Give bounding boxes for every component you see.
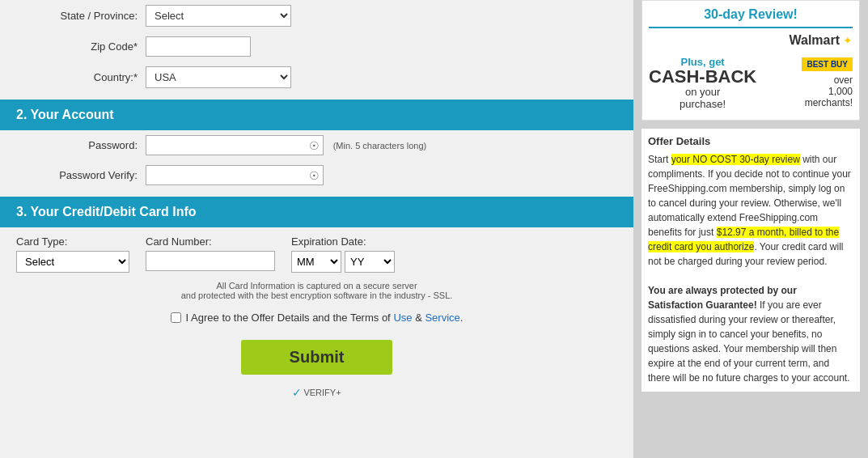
verify-check-icon: ✓ bbox=[292, 386, 302, 399]
exp-mm-select[interactable]: MM 01020304 05060708 09101112 bbox=[291, 251, 341, 273]
country-label: Country:* bbox=[16, 71, 146, 83]
offer-highlight1: your NO COST 30-day review bbox=[671, 154, 800, 165]
use-link[interactable]: Use bbox=[393, 312, 412, 324]
zipcode-row: Zip Code* bbox=[0, 32, 633, 61]
password-eye-icon: ☉ bbox=[309, 139, 320, 152]
cash-back-text: CASH-BACK bbox=[649, 68, 756, 86]
section3-header: 3. Your Credit/Debit Card Info bbox=[0, 197, 633, 227]
walmart-row: Walmart ✦ bbox=[649, 33, 853, 48]
walmart-star-icon: ✦ bbox=[843, 34, 853, 47]
expiration-col: Expiration Date: MM 01020304 05060708 09… bbox=[291, 235, 395, 273]
country-select[interactable]: USA Canada Mexico United Kingdom bbox=[146, 66, 291, 88]
best-buy-badge: BEST BUY bbox=[802, 57, 853, 71]
password-verify-input[interactable] bbox=[146, 165, 324, 185]
card-number-label: Card Number: bbox=[146, 235, 275, 248]
state-input-wrapper: Select bbox=[146, 5, 617, 27]
verify-row: ✓ VERIFY+ bbox=[0, 383, 633, 402]
walmart-text: Walmart bbox=[789, 33, 840, 48]
password-verify-label: Password Verify: bbox=[16, 169, 146, 181]
country-row: Country:* USA Canada Mexico United Kingd… bbox=[0, 61, 633, 93]
ssl-notice: All Card Information is captured on a se… bbox=[0, 276, 633, 303]
card-number-col: Card Number: bbox=[146, 235, 275, 271]
service-link[interactable]: Service bbox=[425, 312, 459, 324]
verify-label: VERIFY+ bbox=[303, 388, 341, 397]
over-text: over bbox=[802, 74, 853, 86]
card-type-select[interactable]: Select Visa MasterCard Amex Discover bbox=[16, 251, 129, 273]
zipcode-input-wrapper bbox=[146, 36, 617, 57]
expiration-label: Expiration Date: bbox=[291, 235, 395, 248]
expiration-row: MM 01020304 05060708 09101112 YY 2024202… bbox=[291, 251, 395, 273]
agree-checkbox[interactable] bbox=[171, 312, 181, 323]
offer-text-part2: with our compliments. If you decide not … bbox=[648, 154, 851, 238]
on-your-text: on your bbox=[649, 86, 756, 98]
offer-details-text: Start your NO COST 30-day review with ou… bbox=[648, 152, 853, 385]
right-panel: 30-day Review! Walmart ✦ Plus, get CASH-… bbox=[633, 0, 868, 458]
password-hint: (Min. 5 characters long) bbox=[333, 141, 427, 151]
divider bbox=[649, 27, 853, 28]
best-buy-right: BEST BUY over 1,000 merchants! bbox=[802, 57, 853, 108]
submit-row: Submit bbox=[0, 332, 633, 383]
merchants-count: 1,000 bbox=[802, 86, 853, 97]
password-verify-row: Password Verify: ☉ bbox=[0, 160, 633, 190]
satisfaction-text: If you are ever dissatisfied during your… bbox=[648, 299, 849, 384]
offer-text-part1: Start bbox=[648, 154, 671, 165]
merchants-label: merchants! bbox=[802, 97, 853, 108]
agree-period: . bbox=[460, 312, 464, 324]
card-info-row: Card Type: Select Visa MasterCard Amex D… bbox=[0, 227, 633, 276]
password-input-wrapper: ☉ (Min. 5 characters long) bbox=[146, 135, 617, 155]
password-label: Password: bbox=[16, 139, 146, 151]
password-row: Password: ☉ (Min. 5 characters long) bbox=[0, 130, 633, 160]
exp-yy-select[interactable]: YY 2024202520262027 202820292030 bbox=[345, 251, 395, 273]
cash-back-left: Plus, get CASH-BACK on your purchase! bbox=[649, 56, 756, 110]
password-verify-eye-icon: ☉ bbox=[309, 169, 320, 182]
offer-details-section: Offer Details Start your NO COST 30-day … bbox=[641, 129, 860, 392]
password-field-wrapper: ☉ bbox=[146, 135, 324, 155]
section2-header: 2. Your Account bbox=[0, 100, 633, 130]
zipcode-label: Zip Code* bbox=[16, 40, 146, 53]
offer-banner: 30-day Review! Walmart ✦ Plus, get CASH-… bbox=[641, 0, 860, 121]
state-row: State / Province: Select bbox=[0, 0, 633, 32]
card-number-input[interactable] bbox=[146, 251, 275, 271]
review-title: 30-day Review! bbox=[649, 7, 853, 22]
state-select[interactable]: Select bbox=[146, 5, 291, 27]
agree-text: I Agree to the Offer Details and the Ter… bbox=[186, 312, 391, 324]
agree-amp: & bbox=[415, 312, 422, 324]
password-input[interactable] bbox=[146, 135, 324, 155]
offer-details-title: Offer Details bbox=[648, 135, 853, 147]
ssl-line1: All Card Information is captured on a se… bbox=[216, 281, 417, 290]
ssl-line2: and protected with the best encryption s… bbox=[181, 290, 453, 300]
agree-row: I Agree to the Offer Details and the Ter… bbox=[0, 303, 633, 332]
password-verify-field-wrapper: ☉ bbox=[146, 165, 324, 185]
card-type-label: Card Type: bbox=[16, 235, 129, 248]
submit-button[interactable]: Submit bbox=[241, 340, 393, 375]
card-type-col: Card Type: Select Visa MasterCard Amex D… bbox=[16, 235, 129, 273]
password-verify-input-wrapper: ☉ bbox=[146, 165, 617, 185]
country-input-wrapper: USA Canada Mexico United Kingdom bbox=[146, 66, 617, 88]
zipcode-input[interactable] bbox=[146, 36, 251, 57]
cash-back-section: Plus, get CASH-BACK on your purchase! BE… bbox=[649, 53, 853, 113]
state-label: State / Province: bbox=[16, 10, 146, 22]
purchase-text: purchase! bbox=[649, 98, 756, 110]
verify-logo: ✓ VERIFY+ bbox=[292, 386, 341, 399]
